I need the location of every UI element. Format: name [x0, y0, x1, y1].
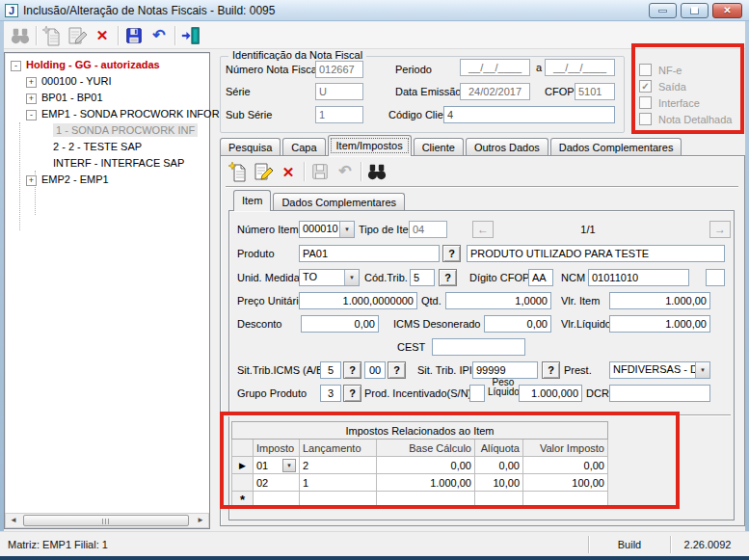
cell-aliquota[interactable]: 0,00: [475, 457, 523, 474]
cell-lancamento[interactable]: 2: [300, 457, 377, 474]
search-button[interactable]: [8, 24, 33, 47]
tab-cliente[interactable]: Cliente: [414, 138, 464, 156]
preco-unitario-field[interactable]: [299, 292, 417, 309]
prest-combo[interactable]: NFDIVERSAS - DIV ▼: [609, 361, 710, 379]
cell-valor-imposto[interactable]: 0,00: [523, 457, 608, 474]
tab-capa[interactable]: Capa: [282, 138, 325, 156]
sit-trib-icms-a-lookup-button[interactable]: ?: [343, 361, 361, 379]
nfe-checkbox[interactable]: [639, 64, 652, 76]
periodo-ate-field[interactable]: [545, 59, 615, 76]
cell-base-calculo[interactable]: 0,00: [377, 457, 475, 474]
minimize-button[interactable]: [649, 3, 677, 18]
digito-cfop-field[interactable]: [528, 269, 553, 286]
ncm-field[interactable]: [588, 269, 689, 286]
cell-lancamento[interactable]: 1: [300, 474, 377, 492]
cell-imposto[interactable]: 01 ▼: [254, 457, 300, 474]
expand-icon[interactable]: +: [26, 93, 37, 104]
unid-medida-combo[interactable]: TO ▼: [299, 269, 360, 286]
save-button[interactable]: [121, 24, 147, 47]
scrollbar-thumb[interactable]: [23, 515, 189, 526]
periodo-de-field[interactable]: [460, 59, 530, 76]
delete-button[interactable]: ✕: [90, 24, 115, 47]
chevron-down-icon[interactable]: ▼: [344, 270, 359, 285]
tree-node[interactable]: +EMP2 - EMP1: [26, 173, 109, 186]
cell-imposto[interactable]: 02: [254, 474, 300, 492]
grupo-produto-field[interactable]: [320, 385, 341, 402]
item-delete-button[interactable]: ✕: [276, 160, 301, 183]
expand-icon[interactable]: +: [26, 175, 37, 186]
nota-detalhada-checkbox-row[interactable]: Nota Detalhada: [639, 113, 732, 125]
item-save-button[interactable]: [308, 160, 333, 183]
serie-field[interactable]: [315, 83, 363, 100]
nfe-checkbox-row[interactable]: NF-e: [639, 64, 682, 76]
tree-horizontal-scrollbar[interactable]: ◄ ►: [5, 513, 209, 528]
cest-field[interactable]: [432, 338, 525, 356]
prod-incentivado-field[interactable]: [469, 385, 485, 402]
next-item-button[interactable]: →: [709, 221, 731, 238]
cell-aliquota[interactable]: 10,00: [475, 474, 523, 492]
item-search-button[interactable]: [364, 160, 389, 183]
item-edit-button[interactable]: [251, 160, 276, 183]
tree-node-holding[interactable]: -Holding - GG - autorizadas: [11, 59, 160, 71]
sit-trib-icms-b-lookup-button[interactable]: ?: [388, 361, 406, 379]
cod-trib-lookup-button[interactable]: ?: [439, 269, 457, 286]
table-row[interactable]: 02 1 1.000,00 10,00 100,00: [232, 474, 608, 492]
cell-base-calculo[interactable]: 1.000,00: [377, 474, 475, 492]
edit-button[interactable]: [65, 24, 90, 47]
cfop-field[interactable]: [575, 83, 615, 100]
table-row[interactable]: ▶ 01 ▼ 2 0,00 0,00 0,00: [232, 457, 608, 474]
tree-node[interactable]: INTERF - INTERFACE SAP: [53, 157, 184, 170]
undo-button[interactable]: ↶: [147, 24, 172, 47]
subtab-item[interactable]: Item: [233, 190, 271, 211]
collapse-icon[interactable]: -: [26, 110, 37, 120]
vlr-item-field[interactable]: [609, 292, 710, 309]
maximize-button[interactable]: [681, 3, 709, 18]
cell-aliquota[interactable]: [475, 492, 523, 509]
interface-checkbox[interactable]: [639, 96, 652, 109]
tab-dados-complementares[interactable]: Dados Complementares: [550, 138, 682, 156]
tree-node[interactable]: +000100 - YURI: [26, 75, 112, 88]
subserie-field[interactable]: [315, 106, 363, 123]
tipo-item-field[interactable]: [409, 221, 447, 238]
item-undo-button[interactable]: ↶: [333, 160, 358, 183]
sit-trib-icms-b-field[interactable]: [364, 361, 386, 379]
icms-desonerado-field[interactable]: [484, 315, 551, 333]
scroll-right-icon[interactable]: ►: [193, 514, 208, 527]
tree-node[interactable]: -EMP1 - SONDA PROCWORK INFOR: [26, 108, 220, 120]
qtd-field[interactable]: [445, 292, 551, 309]
prev-item-button[interactable]: ←: [472, 221, 494, 238]
new-button[interactable]: [40, 24, 65, 47]
produto-lookup-button[interactable]: ?: [442, 245, 461, 262]
chevron-down-icon[interactable]: ▼: [695, 362, 709, 378]
collapse-icon[interactable]: -: [11, 61, 21, 71]
subtab-dados-complementares[interactable]: Dados Complementares: [273, 193, 405, 211]
tree-node-selected[interactable]: 1 - SONDA PROCWORK INF: [53, 124, 198, 137]
cod-trib-field[interactable]: [410, 269, 435, 286]
produto-field[interactable]: [299, 245, 440, 262]
peso-liquido-field[interactable]: [519, 385, 582, 402]
tree-node[interactable]: 2 - 2 - TESTE SAP: [53, 141, 142, 153]
expand-icon[interactable]: +: [26, 77, 37, 88]
tab-pesquisa[interactable]: Pesquisa: [220, 138, 281, 156]
cell-lancamento[interactable]: [300, 492, 377, 509]
grupo-produto-lookup-button[interactable]: ?: [343, 385, 361, 402]
interface-checkbox-row[interactable]: Interface: [639, 96, 700, 109]
saida-checkbox[interactable]: ✓: [639, 80, 652, 93]
exit-button[interactable]: [178, 24, 203, 47]
vlr-liquido-field[interactable]: [609, 315, 710, 333]
item-new-button[interactable]: [226, 160, 251, 183]
cell-valor-imposto[interactable]: 100,00: [523, 474, 608, 492]
tree-node[interactable]: +BP01 - BP01: [26, 92, 103, 104]
emissao-field[interactable]: [460, 83, 530, 100]
cell-imposto[interactable]: [254, 492, 300, 509]
cell-valor-imposto[interactable]: [523, 492, 608, 509]
numero-nf-field[interactable]: [315, 61, 363, 78]
saida-checkbox-row[interactable]: ✓ Saída: [639, 80, 686, 93]
numero-item-combo[interactable]: 000010 ▼: [299, 221, 355, 238]
nota-detalhada-checkbox[interactable]: [639, 113, 652, 125]
codigo-cliente-field[interactable]: [443, 106, 615, 123]
table-new-row[interactable]: *: [232, 492, 608, 509]
sit-trib-icms-a-field[interactable]: [320, 361, 341, 379]
close-button[interactable]: ✕: [712, 3, 742, 18]
produto-desc-field[interactable]: [467, 245, 725, 262]
